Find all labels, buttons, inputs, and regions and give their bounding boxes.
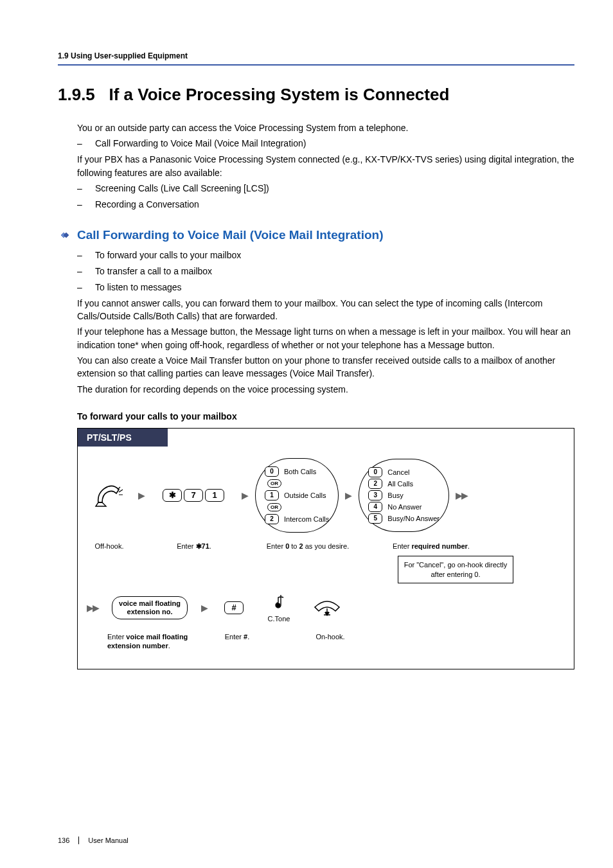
caption-ct-pre: Enter [267, 542, 285, 550]
svg-marker-3 [324, 612, 330, 616]
or-badge: OR [267, 479, 281, 488]
procedure-row-1-captions: Off-hook. Enter ✱71. Enter 0 to 2 as you… [87, 538, 565, 551]
key-2: 2 [265, 514, 279, 524]
vm-ext-box: voice mail floatingextension no. [112, 596, 188, 619]
caption-ct-post: as you desire. [303, 542, 350, 550]
doc-name: User Manual [88, 837, 128, 844]
procedure-header: PT/SLT/PS [78, 429, 168, 447]
step-fwd-type: 0Cancel 2All Calls 3Busy 4No Answer 5Bus… [359, 459, 449, 532]
svg-point-2 [276, 603, 281, 607]
sub-paragraph-3: You can also create a Voice Mail Transfe… [58, 354, 574, 380]
subheading-title: Call Forwarding to Voice Mail (Voice Mai… [77, 228, 383, 242]
opt-intercom-calls: Intercom Calls [284, 515, 329, 523]
fwd-type-options: 0Cancel 2All Calls 3Busy 4No Answer 5Bus… [359, 459, 449, 532]
caption-onhook: On-hook. [308, 632, 353, 641]
opt-busy: Busy [387, 492, 403, 499]
onhook-icon [311, 598, 343, 617]
sub-bullet-1: –To forward your calls to your mailbox [58, 249, 574, 262]
cancel-note: For "Cancel", go on-hook directly after … [398, 556, 513, 583]
intro-bullet-2: –Screening Calls (Live Call Screening [L… [58, 182, 574, 195]
caption-vm-ext: Enter voice mail floating extension numb… [107, 632, 197, 651]
double-arrow-icon: ▶▶ [456, 490, 467, 500]
caption-enter-71-key: 71 [202, 542, 209, 550]
key-hash: # [224, 601, 244, 614]
intro-bullet-3: –Recording a Conversation [58, 198, 574, 211]
subheading-row: Call Forwarding to Voice Mail (Voice Mai… [58, 228, 574, 242]
offhook-icon [94, 483, 124, 508]
caption-vm-post: . [168, 642, 170, 650]
procedure-row-2-captions: Enter voice mail floating extension numb… [87, 628, 565, 651]
step-enter-71: ✱ 7 1 [152, 489, 235, 502]
caption-fwd-type: Enter required number. [380, 542, 483, 551]
sub-bullet-2: –To transfer a call to a mailbox [58, 265, 574, 278]
intro-paragraph-1: You or an outside party can access the V… [58, 121, 574, 134]
intro-bullet-2-text: Screening Calls (Live Call Screening [LC… [95, 183, 269, 193]
key-0b: 0 [368, 467, 382, 477]
procedure-body: ▶ ✱ 7 1 ▶ 0Both Calls OR 1Outside Calls … [78, 447, 574, 669]
call-type-options: 0Both Calls OR 1Outside Calls OR 2Interc… [255, 458, 339, 533]
section-title: If a Voice Processing System is Connecte… [109, 85, 450, 104]
caption-enter-71-pre: Enter [177, 542, 195, 550]
arrow-icon: ▶ [242, 490, 249, 500]
sub-paragraph-1: If you cannot answer calls, you can forw… [58, 297, 574, 323]
caption-hash-pre: Enter [225, 633, 244, 641]
caption-offhook: Off-hook. [87, 542, 132, 551]
caption-ft-b: required number [411, 542, 467, 550]
sub-bullet-1-text: To forward your calls to your mailbox [95, 250, 241, 260]
caption-ct-mid: to [289, 542, 299, 550]
sub-bullet-3: –To listen to messages [58, 281, 574, 294]
key-star: ✱ [163, 489, 182, 502]
caption-hash-post: . [247, 633, 249, 641]
key-7: 7 [184, 489, 203, 502]
intro-bullet-1-text: Call Forwarding to Voice Mail (Voice Mai… [95, 138, 306, 148]
key-2b: 2 [368, 479, 382, 489]
procedure-row-2: ▶▶ voice mail floatingextension no. ▶ # … [87, 592, 565, 623]
opt-no-answer: No Answer [387, 503, 422, 511]
procedure-title: To forward your calls to your mailbox [77, 411, 574, 421]
step-ctone: C.Tone [260, 592, 298, 623]
caption-ctone: C.Tone [268, 614, 290, 623]
header-rule [58, 64, 574, 66]
key-1: 1 [205, 489, 224, 502]
diamond-icon [58, 231, 72, 240]
key-3: 3 [368, 490, 382, 500]
step-vm-ext: voice mail floatingextension no. [105, 596, 195, 619]
caption-vm-pre: Enter [107, 633, 126, 641]
caption-enter-71: Enter ✱71. [152, 542, 236, 551]
opt-all-calls: All Calls [387, 480, 413, 488]
procedure-row-1: ▶ ✱ 7 1 ▶ 0Both Calls OR 1Outside Calls … [87, 458, 565, 533]
key-0: 0 [265, 466, 279, 477]
running-header: 1.9 Using User-supplied Equipment [58, 51, 574, 60]
step-onhook [305, 598, 350, 617]
opt-both-calls: Both Calls [284, 468, 316, 475]
sub-bullet-3-text: To listen to messages [95, 282, 182, 292]
sub-paragraph-4: The duration for recording depends on th… [58, 383, 574, 396]
key-1b: 1 [265, 490, 279, 500]
step-call-type: 0Both Calls OR 1Outside Calls OR 2Interc… [255, 458, 339, 533]
opt-outside-calls: Outside Calls [284, 492, 326, 499]
intro-bullet-3-text: Recording a Conversation [95, 199, 199, 209]
caption-enter-71-post: . [209, 542, 211, 550]
intro-paragraph-2: If your PBX has a Panasonic Voice Proces… [58, 153, 574, 179]
opt-cancel: Cancel [387, 468, 409, 476]
arrow-icon: ▶ [138, 490, 145, 500]
music-note-icon [272, 592, 286, 610]
opt-busy-no-answer: Busy/No Answer [387, 515, 440, 522]
arrow-icon: ▶ [201, 603, 208, 613]
key-5: 5 [368, 513, 382, 524]
or-badge: OR [267, 503, 281, 511]
section-number: 1.9.5 [58, 85, 95, 104]
sub-bullet-2-text: To transfer a call to a mailbox [95, 266, 212, 276]
intro-bullet-1: –Call Forwarding to Voice Mail (Voice Ma… [58, 137, 574, 150]
page-number: 136 [58, 837, 79, 844]
step-hash: # [215, 601, 253, 614]
caption-ft-pre: Enter [393, 542, 411, 550]
caption-call-type: Enter 0 to 2 as you desire. [256, 542, 359, 551]
page-footer: 136 User Manual [58, 837, 574, 844]
procedure-box: PT/SLT/PS ▶ ✱ 7 1 [77, 428, 574, 669]
double-arrow-icon: ▶▶ [87, 603, 98, 613]
section-heading: 1.9.5 If a Voice Processing System is Co… [58, 85, 574, 105]
key-4: 4 [368, 502, 382, 512]
caption-ft-post: . [468, 542, 470, 550]
step-offhook [87, 483, 132, 508]
